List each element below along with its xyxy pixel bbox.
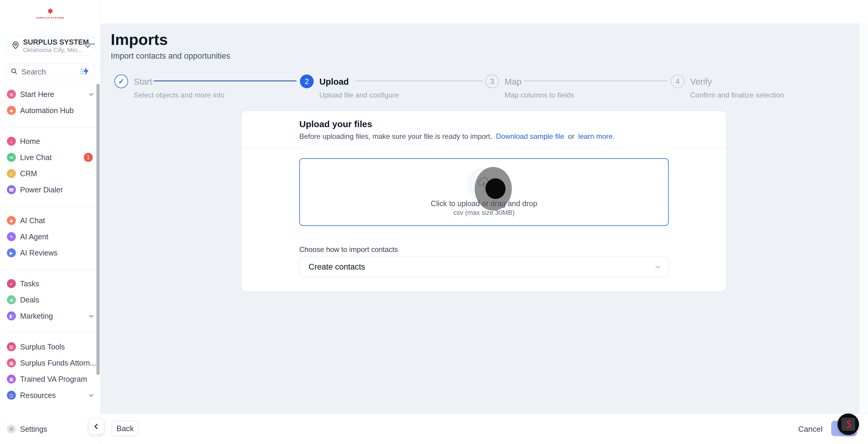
- sidebar-group: ◆AI Chat✎AI Agent▶AI Reviews: [0, 207, 100, 261]
- sidebar-item-crm[interactable]: ☺CRM: [0, 165, 100, 182]
- sidebar-item-label: Resources: [20, 391, 90, 400]
- sidebar-item-live-chat[interactable]: ✉Live Chat1: [0, 149, 100, 165]
- import-mode-value: Create contacts: [309, 262, 656, 272]
- tools-icon: ▥: [7, 342, 16, 351]
- step-label-start: Start: [134, 77, 152, 87]
- step-label-map: Map: [505, 77, 521, 87]
- step-description: Upload file and configure: [319, 91, 399, 99]
- chevron-left-icon: [94, 424, 100, 429]
- sidebar-item-ai-chat[interactable]: ◆AI Chat: [0, 213, 100, 229]
- chevron-down-icon: [89, 392, 93, 397]
- step-circle-verify: 4: [671, 74, 684, 88]
- chat-icon: ✉: [7, 153, 16, 162]
- search-placeholder: Search: [21, 67, 80, 76]
- step-label-verify: Verify: [690, 77, 712, 87]
- location-city: Oklahoma City, Min...: [23, 46, 83, 53]
- location-pin-icon: [11, 41, 20, 51]
- calendar-icon: ▦: [7, 358, 16, 368]
- unread-count-badge: 1: [84, 153, 93, 162]
- sidebar-group: ⊞Start Here◆Automation Hub: [0, 80, 100, 119]
- search-icon: [10, 68, 18, 76]
- quick-actions-bolt-icon[interactable]: [80, 67, 90, 77]
- cancel-button[interactable]: Cancel: [793, 424, 828, 434]
- check-icon: ✓: [118, 77, 124, 86]
- sidebar-group: ▥Surplus Tools▦Surplus Funds Attorn...▦T…: [0, 333, 100, 403]
- sidebar-item-label: Automation Hub: [20, 106, 93, 115]
- dropzone-secondary-text: csv (max size 30MB): [299, 209, 669, 217]
- step-circle-upload: 2: [300, 74, 314, 88]
- card-subtitle: Before uploading files, make sure your f…: [299, 132, 615, 140]
- chevron-down-icon: [655, 264, 660, 269]
- sidebar-item-marketing[interactable]: ◧Marketing: [0, 308, 100, 324]
- home-icon: ⌂: [7, 137, 16, 146]
- step-description: Select objects and more info: [134, 91, 224, 99]
- sidebar-item-deals[interactable]: ◈Deals: [0, 292, 100, 308]
- sidebar-item-label: Trained VA Program: [20, 375, 93, 384]
- person-icon: ☺: [7, 169, 16, 178]
- sidebar-item-label: Surplus Funds Attorn...: [20, 359, 96, 368]
- sidebar-item-label: AI Agent: [20, 232, 93, 241]
- back-button[interactable]: Back: [112, 421, 138, 436]
- sidebar-item-home[interactable]: ⌂Home: [0, 133, 100, 149]
- download-sample-file-link[interactable]: Download sample file: [496, 132, 564, 140]
- import-mode-label: Choose how to import contacts: [299, 245, 398, 254]
- sidebar-collapse-button[interactable]: [89, 418, 104, 435]
- sidebar-item-label: Deals: [20, 295, 93, 304]
- tasks-icon: ✓: [7, 279, 16, 288]
- sidebar-item-power-dialer[interactable]: ☎Power Dialer: [0, 182, 100, 198]
- stepper-connector-done: [154, 81, 297, 82]
- sidebar-item-tasks[interactable]: ✓Tasks: [0, 276, 100, 292]
- sidebar-item-resources[interactable]: ◫Resources: [0, 387, 100, 403]
- sidebar-nav: ⊞Start Here◆Automation Hub⌂Home✉Live Cha…: [0, 80, 100, 403]
- automation-icon: ◆: [7, 106, 16, 115]
- sidebar-item-label: Start Here: [20, 90, 90, 99]
- card-divider: [242, 148, 726, 148]
- sidebar-item-automation-hub[interactable]: ◆Automation Hub: [0, 102, 100, 119]
- sidebar-item-trained-va-program[interactable]: ▦Trained VA Program: [0, 371, 100, 387]
- dropzone-primary-text: Click to upload or drag and drop: [299, 199, 669, 208]
- card-title: Upload your files: [299, 119, 372, 129]
- sidebar-item-surplus-funds-attorn[interactable]: ▦Surplus Funds Attorn...: [0, 355, 100, 371]
- sidebar-item-label: Tasks: [20, 280, 93, 288]
- learn-more-link[interactable]: learn more.: [578, 132, 615, 140]
- sidebar-group: ⌂Home✉Live Chat1☺CRM☎Power Dialer: [0, 127, 100, 198]
- page-title: Imports: [111, 31, 168, 49]
- pinwheel-logo-icon: [47, 10, 54, 15]
- sidebar-item-surplus-tools[interactable]: ▥Surplus Tools: [0, 339, 100, 355]
- brand-logo: SURPLUS SYSTEMS: [0, 8, 100, 19]
- sidebar-item-ai-reviews[interactable]: ▶AI Reviews: [0, 245, 100, 261]
- sidebar-item-label: AI Reviews: [20, 249, 93, 257]
- sidebar-item-label: Power Dialer: [20, 186, 93, 194]
- page-scrollbar-track[interactable]: [859, 23, 868, 413]
- sidebar-group: ✓Tasks◈Deals◧Marketing: [0, 269, 100, 324]
- app-root: GP SURPLUS SYSTEMS: [0, 0, 868, 444]
- sidebar: SURPLUS SYSTEMS SURPLUS SYSTEM... Oklaho…: [0, 0, 100, 444]
- step-circle-map: 3: [485, 74, 499, 88]
- search-input[interactable]: Search: [6, 63, 95, 80]
- sidebar-item-ai-agent[interactable]: ✎AI Agent: [0, 229, 100, 245]
- sidebar-item-label: Surplus Tools: [20, 343, 93, 351]
- support-widget-button[interactable]: [837, 413, 859, 435]
- ai-chat-icon: ◆: [7, 216, 16, 225]
- pencil-icon: ✎: [7, 232, 16, 241]
- grid-icon: ⊞: [7, 90, 16, 99]
- footer-bar: [100, 413, 868, 444]
- sidebar-item-settings[interactable]: ⚙ Settings: [0, 421, 100, 437]
- sidebar-item-label: Settings: [20, 425, 93, 434]
- cursor-overlay: [486, 178, 505, 199]
- sidebar-item-start-here[interactable]: ⊞Start Here: [0, 86, 100, 102]
- brand-logo-text: SURPLUS SYSTEMS: [0, 17, 100, 19]
- sidebar-scrollbar-thumb[interactable]: [96, 84, 100, 375]
- topbar: GP: [100, 0, 868, 23]
- import-mode-select[interactable]: Create contacts: [299, 257, 669, 277]
- sidebar-item-label: CRM: [20, 169, 93, 178]
- step-circle-start[interactable]: ✓: [114, 74, 128, 88]
- stepper-connector: [355, 81, 483, 82]
- location-selector[interactable]: SURPLUS SYSTEM... Oklahoma City, Min...: [6, 36, 95, 56]
- send-icon: ▶: [7, 248, 16, 257]
- chevron-down-icon: [89, 313, 93, 317]
- page-subtitle: Import contacts and opportunities: [111, 52, 230, 61]
- sidebar-item-label: Marketing: [20, 312, 90, 320]
- phone-icon: ☎: [7, 185, 16, 194]
- deals-icon: ◈: [7, 295, 16, 304]
